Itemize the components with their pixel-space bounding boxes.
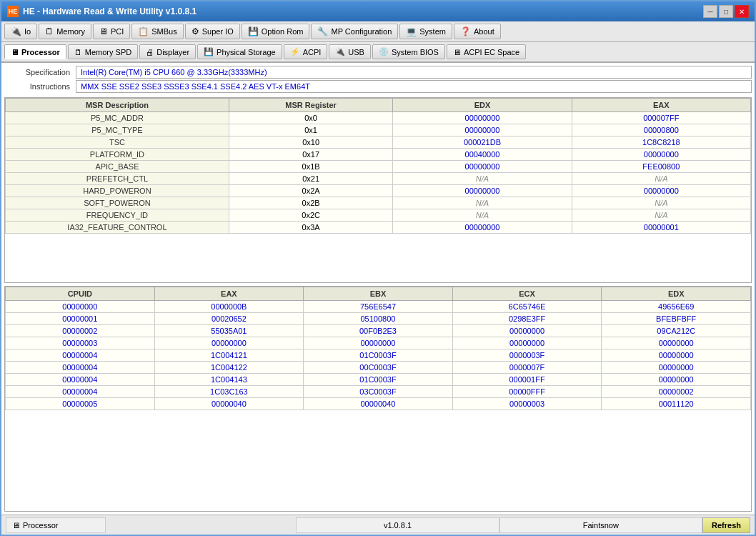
tab-about[interactable]: ❓ About xyxy=(454,24,501,39)
tab-system[interactable]: 💻 System xyxy=(399,24,452,39)
tab-smbus[interactable]: 📋 SMBus xyxy=(131,24,183,39)
msr-cell-desc: IA32_FEATURE_CONTROL xyxy=(6,222,229,234)
msr-table-row: FREQUENCY_ID0x2CN/AN/A xyxy=(6,209,751,222)
sec-tab-acpi-ec-space[interactable]: 🖥 ACPI EC Space xyxy=(447,44,526,59)
app-icon: HE xyxy=(7,6,19,17)
msr-cell-reg: 0x2A xyxy=(229,185,392,197)
tab-option-rom[interactable]: 💾 Option Rom xyxy=(242,24,310,39)
cpuid-cell-ecx: 0000003F xyxy=(452,349,602,362)
cpuid-cell-eax: 0000000B xyxy=(154,301,304,313)
msr-cell-edx: 00000000 xyxy=(393,124,572,137)
sec-tab-processor[interactable]: 🖥 Processor xyxy=(4,44,66,59)
msr-table-row: HARD_POWERON0x2A0000000000000000 xyxy=(6,185,751,197)
cpuid-cell-ecx: 00000000 xyxy=(452,325,602,337)
status-bar: 🖥 Processor v1.0.8.1 Faintsnow Refresh xyxy=(1,515,755,535)
cpuid-cell-edx: 00011120 xyxy=(602,398,751,410)
cpuid-cell-edx: 49656E69 xyxy=(602,301,751,313)
msr-cell-eax: 00000000 xyxy=(572,185,750,197)
cpuid-cell-cpuid: 00000004 xyxy=(6,374,155,386)
cpuid-cell-edx: 00000000 xyxy=(602,374,751,386)
sec-tab-memory-spd[interactable]: 🗒 Memory SPD xyxy=(68,44,138,59)
cpuid-cell-ecx: 000001FF xyxy=(452,374,602,386)
cpuid-cell-edx: 00000000 xyxy=(602,362,751,374)
status-processor-icon: 🖥 xyxy=(12,521,20,530)
cpuid-cell-ebx: 00F0B2E3 xyxy=(304,325,453,337)
msr-cell-eax: 00000001 xyxy=(572,222,750,234)
cpuid-cell-cpuid: 00000001 xyxy=(6,313,155,325)
displayer-icon: 🖨 xyxy=(146,48,154,56)
cpuid-table-wrapper[interactable]: CPUID EAX EBX ECX EDX 000000000000000B75… xyxy=(4,286,752,512)
system-bios-icon: 💿 xyxy=(379,47,389,56)
cpuid-cell-ebx: 01C0003F xyxy=(304,349,453,362)
cpuid-cell-cpuid: 00000002 xyxy=(6,325,155,337)
msr-cell-eax: N/A xyxy=(572,173,750,185)
status-version: v1.0.8.1 xyxy=(296,517,499,533)
msr-cell-edx: N/A xyxy=(393,209,572,222)
msr-cell-desc: P5_MC_ADDR xyxy=(6,112,229,124)
cpuid-table-row: 000000041C00412200C0003F0000007F00000000 xyxy=(6,362,751,374)
sec-tab-acpi[interactable]: ⚡ ACPI xyxy=(284,44,328,59)
msr-cell-reg: 0x1B xyxy=(229,161,392,173)
status-username: Faintsnow xyxy=(499,517,702,533)
msr-col-edx: EDX xyxy=(393,99,572,112)
tab-memory[interactable]: 🗒 Memory xyxy=(39,24,91,39)
specification-label: Specification xyxy=(4,68,76,76)
cpuid-cell-edx: BFEBFBFF xyxy=(602,313,751,325)
tab-pci[interactable]: 🖥 PCI xyxy=(93,24,130,39)
maximize-button[interactable]: □ xyxy=(719,5,733,18)
msr-table-row: P5_MC_ADDR0x000000000000007FF xyxy=(6,112,751,124)
io-icon: 🔌 xyxy=(11,26,21,36)
cpuid-col-eax: EAX xyxy=(154,287,304,301)
msr-cell-reg: 0x21 xyxy=(229,173,392,185)
close-button[interactable]: ✕ xyxy=(735,5,749,18)
tab-super-io[interactable]: ⚙ Super IO xyxy=(185,24,240,39)
minimize-button[interactable]: ─ xyxy=(703,5,717,18)
super-io-icon: ⚙ xyxy=(192,26,199,36)
cpuid-cell-edx: 00000000 xyxy=(602,349,751,362)
title-bar: HE HE - Hardware Read & Write Utility v1… xyxy=(1,1,755,21)
sec-tab-physical-storage[interactable]: 💾 Physical Storage xyxy=(197,44,282,59)
msr-cell-reg: 0x10 xyxy=(229,137,392,149)
msr-cell-edx: 00040000 xyxy=(393,149,572,161)
tab-mp-configuration[interactable]: 🔧 MP Configuration xyxy=(311,24,398,39)
msr-cell-eax: 00000800 xyxy=(572,124,750,137)
msr-cell-reg: 0x1 xyxy=(229,124,392,137)
msr-cell-reg: 0x0 xyxy=(229,112,392,124)
smbus-icon: 📋 xyxy=(138,26,149,36)
cpuid-cell-edx: 00000000 xyxy=(602,337,751,349)
instructions-value: MMX SSE SSE2 SSE3 SSSE3 SSE4.1 SSE4.2 AE… xyxy=(76,80,752,93)
cpuid-col-cpuid: CPUID xyxy=(6,287,155,301)
cpuid-table-row: 0000000300000000000000000000000000000000 xyxy=(6,337,751,349)
msr-cell-edx: 000021DB xyxy=(393,137,572,149)
cpuid-table: CPUID EAX EBX ECX EDX 000000000000000B75… xyxy=(5,287,751,410)
refresh-button[interactable]: Refresh xyxy=(702,517,750,533)
window-title: HE - Hardware Read & Write Utility v1.0.… xyxy=(23,6,197,16)
msr-cell-edx: N/A xyxy=(393,173,572,185)
cpuid-table-row: 000000041C03C16303C0003F00000FFF00000002 xyxy=(6,386,751,398)
cpuid-cell-ebx: 00C0003F xyxy=(304,362,453,374)
cpuid-cell-ecx: 6C65746E xyxy=(452,301,602,313)
option-rom-icon: 💾 xyxy=(248,26,259,36)
instructions-row: Instructions MMX SSE SSE2 SSE3 SSSE3 SSE… xyxy=(4,80,752,93)
msr-col-desc: MSR Description xyxy=(6,99,229,112)
sec-tab-displayer[interactable]: 🖨 Displayer xyxy=(139,44,196,59)
memory-icon: 🗒 xyxy=(45,26,54,36)
cpuid-cell-eax: 1C004122 xyxy=(154,362,304,374)
cpuid-cell-edx: 09CA212C xyxy=(602,325,751,337)
msr-cell-edx: 00000000 xyxy=(393,161,572,173)
sec-tab-system-bios[interactable]: 💿 System BIOS xyxy=(372,44,445,59)
tab-io[interactable]: 🔌 Io xyxy=(4,24,37,39)
title-bar-left: HE HE - Hardware Read & Write Utility v1… xyxy=(7,6,197,17)
specification-value: Intel(R) Core(TM) i5 CPU 660 @ 3.33GHz(3… xyxy=(76,66,752,79)
acpi-icon: ⚡ xyxy=(290,47,300,56)
sec-tab-usb[interactable]: 🔌 USB xyxy=(329,44,371,59)
cpuid-cell-cpuid: 00000003 xyxy=(6,337,155,349)
msr-table: MSR Description MSR Register EDX EAX P5_… xyxy=(5,98,751,234)
msr-cell-reg: 0x3A xyxy=(229,222,392,234)
cpuid-cell-ecx: 0000007F xyxy=(452,362,602,374)
msr-cell-reg: 0x2B xyxy=(229,197,392,209)
msr-table-wrapper[interactable]: MSR Description MSR Register EDX EAX P5_… xyxy=(4,97,752,283)
msr-table-row: APIC_BASE0x1B00000000FEE00800 xyxy=(6,161,751,173)
msr-table-row: PREFETCH_CTL0x21N/AN/A xyxy=(6,173,751,185)
about-icon: ❓ xyxy=(460,26,471,36)
